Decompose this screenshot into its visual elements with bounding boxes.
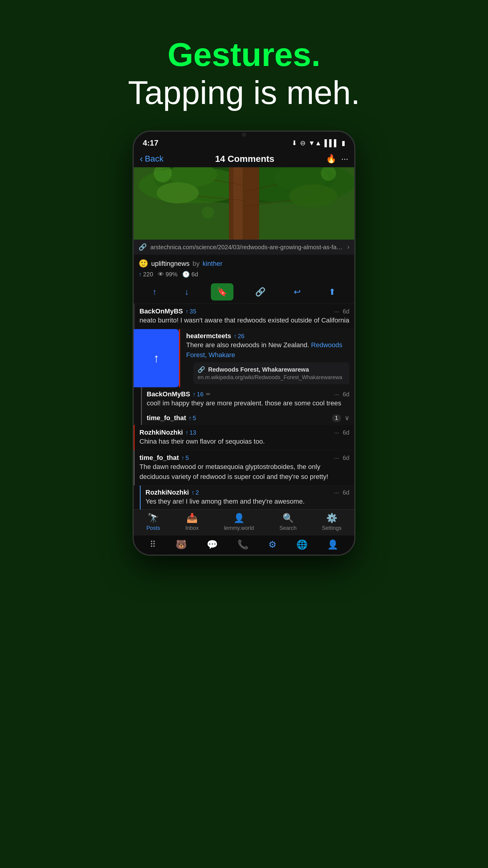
comment-1-dots[interactable]: ··· — [334, 308, 339, 315]
comment-1-author[interactable]: BackOnMyBS — [139, 307, 183, 315]
comment-4-collapsed[interactable]: time_fo_that ↑ 5 1 ∨ — [141, 411, 354, 425]
phone-notch — [134, 132, 354, 135]
back-chevron-icon: ‹ — [140, 153, 143, 164]
android-grid-icon[interactable]: ⠿ — [150, 539, 156, 550]
comment-1: BackOnMyBS ↑ 35 ··· 6d neato burrito! I … — [134, 304, 354, 329]
comment-3-dots[interactable]: ··· — [334, 391, 339, 398]
comment-3-time: 6d — [343, 391, 350, 398]
comment-3-author[interactable]: BackOnMyBS — [147, 390, 190, 398]
score-stat: ↑ 220 — [138, 271, 153, 278]
fire-icon[interactable]: 🔥 — [326, 154, 336, 164]
community-author[interactable]: kinther — [202, 260, 222, 268]
comment-2-link[interactable]: Redwoods Forest, Whakare — [186, 341, 343, 359]
up-arrow-icon: ↑ — [138, 271, 141, 278]
comment-2: heatermcteets ↑ 26 There are also redwoo… — [179, 329, 354, 387]
post-community: 🙂 upliftingnews by kinther — [138, 259, 350, 268]
android-settings2-icon[interactable]: ⚙ — [268, 539, 276, 550]
comment-6-dots[interactable]: ··· — [334, 455, 339, 461]
wikipedia-link-card[interactable]: 🔗 Redwoods Forest, Whakarewarewa en.m.wi… — [193, 362, 350, 384]
comment-5-author[interactable]: RozhkiNozhki — [139, 429, 183, 436]
upvote-button[interactable]: ↑ — [147, 284, 163, 301]
link-card-header: 🔗 Redwoods Forest, Whakarewarewa — [198, 366, 345, 373]
more-options-icon[interactable]: ··· — [341, 154, 348, 164]
content-area: 🔗 arstechnica.com/science/2024/03/redwoo… — [134, 167, 354, 555]
tab-bar: 🔭 Posts 📥 Inbox 👤 lemmy.world 🔍 Search ⚙… — [134, 509, 354, 535]
community-icon: 👤 — [233, 513, 245, 523]
link-chevron-icon: › — [347, 243, 350, 251]
clock-icon: 🕐 — [182, 271, 190, 278]
android-globe-icon[interactable]: 🌐 — [296, 539, 307, 550]
comment-1-meta: ··· 6d — [334, 308, 350, 315]
comment-7-header: RozhkiNozhki ↑ 2 ··· 6d — [145, 489, 350, 496]
status-time: 4:17 — [143, 138, 158, 148]
tab-posts[interactable]: 🔭 Posts — [147, 513, 160, 531]
android-phone-icon[interactable]: 📞 — [237, 539, 249, 550]
score-arrow: ↑ — [233, 333, 236, 340]
comment-4-author[interactable]: time_fo_that — [147, 414, 186, 422]
comment-7-author[interactable]: RozhkiNozhki — [145, 489, 189, 496]
comment-5-left: RozhkiNozhki ↑ 13 — [139, 429, 196, 436]
comment-1-header: BackOnMyBS ↑ 35 ··· 6d — [139, 307, 350, 315]
comment-4-score: ↑ 5 — [189, 415, 196, 422]
comment-1-body: neato burrito! I wasn't aware that redwo… — [139, 315, 350, 325]
android-profile-icon[interactable]: 👤 — [327, 539, 338, 550]
score-num: 16 — [197, 391, 203, 398]
comment-4-meta: 1 ∨ — [332, 414, 350, 422]
comment-3-header: BackOnMyBS ↑ 16 ✏ ··· 6d — [147, 390, 350, 398]
comment-3-left: BackOnMyBS ↑ 16 ✏ — [147, 390, 210, 398]
tab-community[interactable]: 👤 lemmy.world — [224, 513, 254, 531]
location-icon: ⬇ — [292, 139, 297, 147]
link-url: arstechnica.com/science/2024/03/redwoods… — [150, 244, 344, 251]
comment-3-edit-icon[interactable]: ✏ — [206, 391, 210, 398]
status-icons: ⬇ ⊖ ▼▲ ▌▌▌ ▮ — [292, 139, 345, 147]
android-bear-icon[interactable]: 🐻 — [175, 539, 187, 550]
score-num: 5 — [193, 415, 196, 422]
comment-7-left: RozhkiNozhki ↑ 2 — [145, 489, 199, 496]
inbox-label: Inbox — [185, 525, 198, 531]
comment-3-score: ↑ 16 — [193, 391, 203, 398]
svg-point-15 — [289, 184, 337, 207]
comment-4-header: time_fo_that ↑ 5 1 ∨ — [147, 414, 350, 422]
android-chat-icon[interactable]: 💬 — [207, 539, 218, 550]
comment-7-dots[interactable]: ··· — [334, 489, 339, 496]
comment-7-score: ↑ 2 — [191, 489, 199, 496]
post-image[interactable] — [134, 167, 354, 240]
post-link-bar[interactable]: 🔗 arstechnica.com/science/2024/03/redwoo… — [134, 240, 354, 255]
nav-actions: 🔥 ··· — [326, 154, 348, 164]
comment-5-time: 6d — [343, 429, 350, 436]
tab-search[interactable]: 🔍 Search — [280, 513, 297, 531]
comment-6-header: time_fo_that ↑ 5 ··· 6d — [139, 454, 350, 462]
downvote-icon: ↓ — [185, 287, 189, 297]
link-button[interactable]: 🔗 — [249, 283, 272, 301]
comment-6-meta: ··· 6d — [334, 455, 350, 461]
swipe-gesture-indicator: ↑ — [134, 329, 179, 387]
post-meta: 🙂 upliftingnews by kinther ↑ 220 👁 99% 🕐… — [134, 255, 354, 280]
comment-6: time_fo_that ↑ 5 ··· 6d The dawn redwood… — [134, 450, 354, 486]
percent-icon: 👁 — [158, 271, 164, 278]
reply-button[interactable]: ↩ — [288, 283, 307, 301]
downvote-button[interactable]: ↓ — [178, 284, 195, 301]
comment-2-header: heatermcteets ↑ 26 — [186, 332, 350, 340]
tab-settings[interactable]: ⚙️ Settings — [322, 513, 341, 531]
comment-5-body: China has their own flavor of sequoias t… — [139, 436, 350, 446]
posts-icon: 🔭 — [148, 513, 159, 523]
comment-5-dots[interactable]: ··· — [334, 429, 339, 436]
settings-label: Settings — [322, 525, 341, 531]
score-arrow: ↑ — [185, 308, 188, 315]
bookmark-button[interactable]: 🔖 — [211, 283, 233, 301]
community-name[interactable]: upliftingnews — [151, 260, 190, 268]
comment-6-author[interactable]: time_fo_that — [139, 454, 179, 462]
status-bar: 4:17 ⬇ ⊖ ▼▲ ▌▌▌ ▮ — [134, 135, 354, 150]
share-button[interactable]: ⬆ — [323, 283, 341, 301]
comment-7-body: Yes they are! I live among them and they… — [145, 496, 350, 506]
tab-inbox[interactable]: 📥 Inbox — [185, 513, 198, 531]
score-num: 5 — [186, 455, 189, 461]
bookmark-icon: 🔖 — [217, 287, 227, 297]
search-icon: 🔍 — [283, 513, 294, 523]
comment-4-left: time_fo_that ↑ 5 — [147, 414, 196, 422]
expand-icon[interactable]: ∨ — [345, 414, 350, 422]
inbox-icon: 📥 — [187, 513, 198, 523]
collapse-badge[interactable]: 1 — [332, 414, 341, 422]
back-button[interactable]: ‹ Back — [140, 153, 164, 164]
comment-2-author[interactable]: heatermcteets — [186, 332, 231, 340]
